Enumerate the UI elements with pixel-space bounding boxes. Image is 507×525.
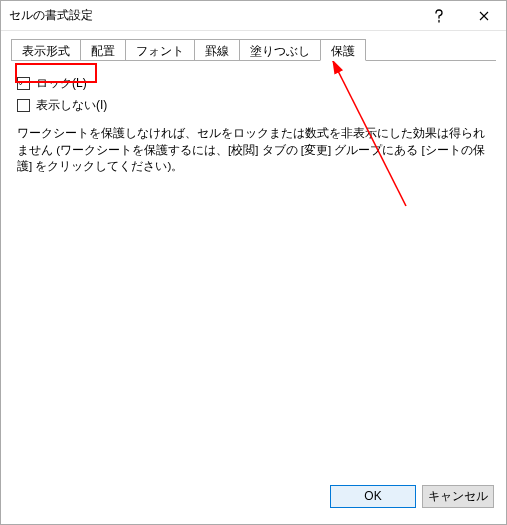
close-icon [479,11,489,21]
tab-fill[interactable]: 塗りつぶし [239,39,321,61]
tab-protection[interactable]: 保護 [320,39,366,61]
lock-label: ロック(L) [36,75,87,92]
tab-label: 塗りつぶし [250,44,310,58]
titlebar: セルの書式設定 [1,1,506,31]
lock-checkbox[interactable] [17,77,30,90]
tab-strip: 表示形式 配置 フォント 罫線 塗りつぶし 保護 [11,39,496,61]
ok-label: OK [364,489,381,503]
tab-number-format[interactable]: 表示形式 [11,39,81,61]
help-icon [434,9,444,23]
lock-row[interactable]: ロック(L) [17,73,490,93]
cancel-label: キャンセル [428,489,488,503]
dialog-content: 表示形式 配置 フォント 罫線 塗りつぶし 保護 ロック(L) [1,31,506,478]
help-button[interactable] [416,1,461,30]
tab-label: 表示形式 [22,44,70,58]
tab-border[interactable]: 罫線 [194,39,240,61]
hidden-label: 表示しない(I) [36,97,107,114]
protection-description: ワークシートを保護しなければ、セルをロックまたは数式を非表示にした効果は得られま… [17,125,490,175]
dialog-window: セルの書式設定 表示形式 配置 フォント 罫線 塗りつぶし 保護 [0,0,507,525]
tab-underline [11,60,496,61]
cancel-button[interactable]: キャンセル [422,485,494,508]
dialog-footer: OK キャンセル [1,478,506,524]
check-icon [18,78,24,89]
tab-label: フォント [136,44,184,58]
window-title: セルの書式設定 [9,7,416,24]
tab-label: 保護 [331,44,355,58]
hidden-row[interactable]: 表示しない(I) [17,95,490,115]
tab-label: 罫線 [205,44,229,58]
hidden-checkbox[interactable] [17,99,30,112]
tab-label: 配置 [91,44,115,58]
protection-panel: ロック(L) 表示しない(I) ワークシートを保護しなければ、セルをロックまたは… [11,61,496,187]
tab-alignment[interactable]: 配置 [80,39,126,61]
ok-button[interactable]: OK [330,485,416,508]
close-button[interactable] [461,1,506,30]
tab-font[interactable]: フォント [125,39,195,61]
